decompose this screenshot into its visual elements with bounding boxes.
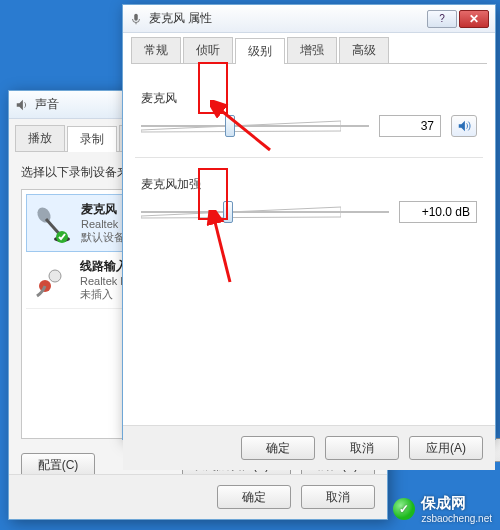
mic-volume-label: 麦克风 [141, 90, 477, 107]
mic-boost-thumb[interactable] [223, 201, 233, 223]
mic-ok-button[interactable]: 确定 [241, 436, 315, 460]
window-buttons: ? ✕ [427, 10, 489, 28]
mic-properties-dialog: 麦克风 属性 ? ✕ 常规 侦听 级别 增强 高级 麦克风 37 麦克风加强 [122, 4, 496, 440]
speaker-icon [457, 119, 471, 133]
tab-playback[interactable]: 播放 [15, 125, 65, 151]
tab-enhance[interactable]: 增强 [287, 37, 337, 63]
close-button[interactable]: ✕ [459, 10, 489, 28]
mic-levels-panel: 麦克风 37 麦克风加强 +10.0 dB 确定 取消 [123, 64, 495, 470]
close-icon: ✕ [469, 12, 479, 26]
tab-listen[interactable]: 侦听 [183, 37, 233, 63]
watermark-logo-icon: ✓ [393, 498, 415, 520]
mic-apply-button[interactable]: 应用(A) [409, 436, 483, 460]
mic-boost-value[interactable]: +10.0 dB [399, 201, 477, 223]
linein-icon [30, 259, 72, 301]
mic-mute-button[interactable] [451, 115, 477, 137]
svg-rect-5 [134, 13, 138, 20]
separator [135, 157, 483, 158]
sound-cancel-button[interactable]: 取消 [301, 485, 375, 509]
watermark: ✓ 保成网 zsbaocheng.net [393, 494, 492, 524]
sound-icon [15, 98, 29, 112]
mic-cancel-button[interactable]: 取消 [325, 436, 399, 460]
mic-volume-value[interactable]: 37 [379, 115, 441, 137]
tab-general[interactable]: 常规 [131, 37, 181, 63]
mic-tabs: 常规 侦听 级别 增强 高级 [131, 37, 487, 64]
tab-advanced[interactable]: 高级 [339, 37, 389, 63]
tab-recording[interactable]: 录制 [67, 126, 117, 152]
slider-track [141, 125, 369, 127]
mic-icon [31, 202, 73, 244]
mic-titlebar[interactable]: 麦克风 属性 ? ✕ [123, 5, 495, 33]
watermark-url: zsbaocheng.net [421, 513, 492, 524]
mic-boost-row: +10.0 dB [141, 199, 477, 225]
mic-title: 麦克风 属性 [149, 10, 427, 27]
mic-boost-label: 麦克风加强 [141, 176, 477, 193]
mic-boost-slider[interactable] [141, 199, 389, 225]
svg-point-4 [49, 270, 61, 282]
mic-volume-row: 37 [141, 113, 477, 139]
mic-footer: 确定 取消 应用(A) [123, 425, 495, 470]
watermark-brand: 保成网 [421, 494, 466, 511]
sound-ok-button[interactable]: 确定 [217, 485, 291, 509]
help-button[interactable]: ? [427, 10, 457, 28]
mic-volume-thumb[interactable] [225, 115, 235, 137]
mic-small-icon [129, 12, 143, 26]
mic-volume-slider[interactable] [141, 113, 369, 139]
slider-track [141, 211, 389, 213]
sound-footer: 确定 取消 [9, 474, 387, 519]
tab-levels[interactable]: 级别 [235, 38, 285, 64]
